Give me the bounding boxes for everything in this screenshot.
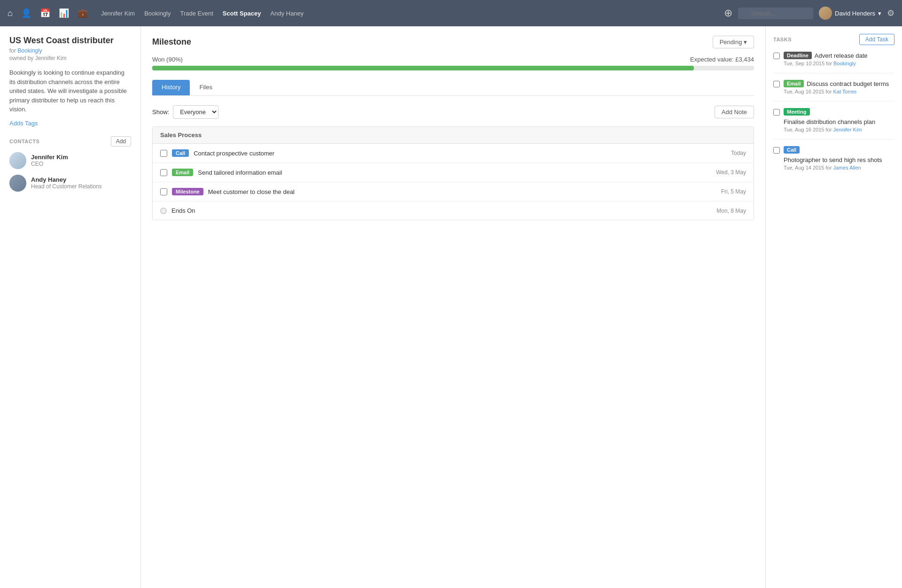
for-label: for: [9, 47, 16, 54]
tabs: History Files: [152, 80, 754, 96]
progress-bar-background: [152, 66, 754, 70]
sales-item-date: Today: [731, 150, 746, 156]
task-checkbox[interactable]: [773, 53, 780, 59]
task-top: Deadline Advert release date: [784, 52, 894, 59]
gear-icon[interactable]: ⚙: [887, 8, 894, 18]
left-panel: US West Coast distributer for Bookingly …: [0, 26, 141, 588]
contact-item: Jennifer Kim CEO: [9, 152, 131, 169]
contact-name: Andy Haney: [31, 176, 102, 183]
task-item: Deadline Advert release date Tue, Sep 10…: [773, 52, 894, 73]
ends-on-label: Ends On: [171, 207, 712, 214]
nav-links: Jennifer Kim Bookingly Trade Event Scott…: [101, 10, 718, 17]
sales-item: Call Contact prospective customer Today: [153, 144, 754, 163]
home-icon[interactable]: ⌂: [8, 8, 13, 18]
nav-link-bookingly[interactable]: Bookingly: [144, 10, 171, 17]
show-select[interactable]: Everyone Me Team: [173, 105, 218, 119]
milestone-header: Milestone Pending ▾: [152, 36, 754, 48]
contact-role: Head of Customer Relations: [31, 183, 102, 190]
company-name: US West Coast distributer: [9, 36, 131, 46]
task-content: Email Discuss contract budget terms Tue,…: [784, 80, 894, 94]
task-checkbox[interactable]: [773, 109, 780, 116]
company-description: Bookingly is looking to continue expandi…: [9, 68, 131, 114]
add-note-button[interactable]: Add Note: [715, 106, 754, 118]
task-assignee-link[interactable]: Jennifer Kim: [833, 127, 862, 132]
right-panel: TASKS Add Task Deadline Advert release d…: [766, 26, 902, 588]
add-contact-button[interactable]: Add: [111, 136, 131, 147]
contact-name: Jennifer Kim: [31, 154, 68, 161]
call-badge: Call: [172, 149, 189, 157]
sales-item-text: Send tailored information email: [198, 169, 711, 176]
progress-section: Won (90%) Expected value: £3,434: [152, 56, 754, 70]
contact-item: Andy Haney Head of Customer Relations: [9, 175, 131, 192]
call-tag: Call: [784, 146, 800, 154]
task-item: Email Discuss contract budget terms Tue,…: [773, 80, 894, 101]
task-meta: Tue, Aug 16 2015 for Kat Torres: [784, 89, 894, 94]
show-label: Show:: [152, 108, 169, 116]
company-for: for Bookingly: [9, 47, 131, 54]
sales-item: Email Send tailored information email We…: [153, 163, 754, 182]
sales-item-checkbox[interactable]: [160, 188, 167, 195]
user-name: David Henders: [835, 10, 875, 17]
nav-link-jennifer[interactable]: Jennifer Kim: [101, 10, 135, 17]
tasks-title: TASKS: [773, 37, 792, 42]
tab-history[interactable]: History: [152, 80, 190, 95]
nav-icon-group: ⌂ 👤 📅 📊 💼: [8, 8, 88, 18]
show-filter: Show: Everyone Me Team: [152, 105, 218, 119]
main-layout: US West Coast distributer for Bookingly …: [0, 26, 902, 588]
won-label: Won (90%): [152, 56, 183, 63]
task-assignee-link[interactable]: Bookingly: [833, 61, 856, 66]
ends-on-circle: [160, 208, 167, 214]
top-navigation: ⌂ 👤 📅 📊 💼 Jennifer Kim Bookingly Trade E…: [0, 0, 902, 26]
contact-role: CEO: [31, 161, 68, 167]
progress-bar-fill: [152, 66, 694, 70]
email-tag: Email: [784, 80, 804, 87]
show-bar: Show: Everyone Me Team Add Note: [152, 105, 754, 119]
task-assignee-link[interactable]: Kat Torres: [833, 89, 856, 94]
task-item: Meeting Finalise distribution channels p…: [773, 108, 894, 139]
task-content: Deadline Advert release date Tue, Sep 10…: [784, 52, 894, 66]
nav-link-andy[interactable]: Andy Haney: [271, 10, 304, 17]
nav-link-trade[interactable]: Trade Event: [180, 10, 213, 17]
email-badge: Email: [172, 169, 193, 176]
adds-tags-link[interactable]: Adds Tags: [9, 120, 131, 127]
task-title: Photographer to send high res shots: [784, 156, 882, 163]
contacts-title: CONTACTS: [9, 139, 39, 144]
deadline-tag: Deadline: [784, 52, 812, 59]
milestone-badge: Milestone: [172, 188, 203, 195]
tab-files[interactable]: Files: [190, 80, 221, 95]
calendar-icon[interactable]: 📅: [40, 8, 50, 18]
search-wrap: [738, 8, 813, 19]
jennifer-avatar: [9, 152, 26, 169]
sales-item-text: Meet customer to close the deal: [208, 188, 716, 195]
task-title: Advert release date: [815, 52, 868, 59]
nav-right-section: ⊕ David Henders ▾ ⚙: [724, 7, 894, 20]
sales-item-checkbox[interactable]: [160, 169, 167, 176]
company-owner: owned by Jennifer Kim: [9, 55, 131, 62]
search-input[interactable]: [738, 8, 813, 19]
pending-button[interactable]: Pending ▾: [713, 36, 754, 48]
sales-process-box: Sales Process Call Contact prospective c…: [152, 126, 754, 220]
task-top: Meeting Finalise distribution channels p…: [784, 108, 894, 125]
sales-process-header: Sales Process: [153, 127, 754, 144]
task-checkbox[interactable]: [773, 147, 780, 154]
avatar: [819, 7, 832, 20]
nav-link-scott[interactable]: Scott Spacey: [223, 10, 261, 17]
contacts-header: CONTACTS Add: [9, 136, 131, 147]
task-content: Meeting Finalise distribution channels p…: [784, 108, 894, 132]
user-icon[interactable]: 👤: [21, 8, 31, 18]
add-button[interactable]: ⊕: [724, 7, 732, 19]
task-item: Call Photographer to send high res shots…: [773, 146, 894, 177]
sales-item-date: Fri, 5 May: [721, 188, 746, 195]
task-meta: Tue, Sep 10 2015 for Bookingly: [784, 61, 894, 66]
user-caret: ▾: [878, 10, 881, 17]
briefcase-icon[interactable]: 💼: [78, 8, 88, 18]
chart-icon[interactable]: 📊: [59, 8, 69, 18]
user-menu[interactable]: David Henders ▾: [819, 7, 881, 20]
task-assignee-link[interactable]: James Allen: [833, 165, 861, 170]
add-task-button[interactable]: Add Task: [859, 34, 894, 45]
task-top: Call Photographer to send high res shots: [784, 146, 894, 163]
task-checkbox[interactable]: [773, 81, 780, 87]
company-link[interactable]: Bookingly: [17, 47, 42, 54]
sales-item-checkbox[interactable]: [160, 150, 167, 157]
task-title: Discuss contract budget terms: [807, 80, 889, 87]
